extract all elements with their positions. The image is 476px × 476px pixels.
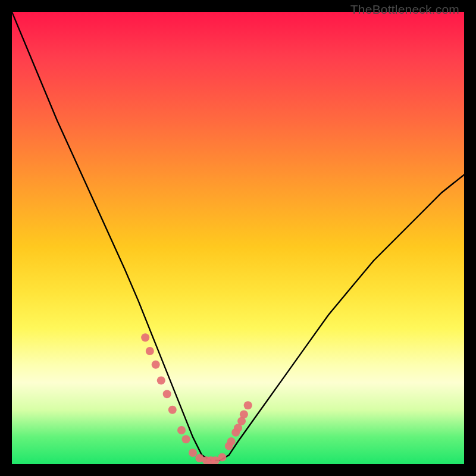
- chart-frame: TheBottleneck.com: [0, 0, 476, 476]
- bottleneck-curve: [12, 12, 464, 461]
- scatter-point: [163, 390, 171, 398]
- scatter-point: [227, 437, 236, 446]
- scatter-point: [157, 376, 165, 384]
- scatter-point: [168, 406, 177, 414]
- scatter-point: [141, 333, 149, 342]
- scatter-point: [240, 410, 248, 418]
- scatter-point: [177, 426, 186, 434]
- scatter-point: [189, 449, 197, 457]
- watermark-text: TheBottleneck.com: [350, 2, 459, 17]
- scatter-point: [182, 435, 190, 443]
- scatter-point: [152, 361, 160, 369]
- scatter-point: [146, 347, 154, 355]
- scatter-point: [218, 453, 226, 462]
- curve-path-group: [12, 12, 464, 461]
- scatter-point: [244, 401, 252, 409]
- chart-svg: [12, 12, 464, 464]
